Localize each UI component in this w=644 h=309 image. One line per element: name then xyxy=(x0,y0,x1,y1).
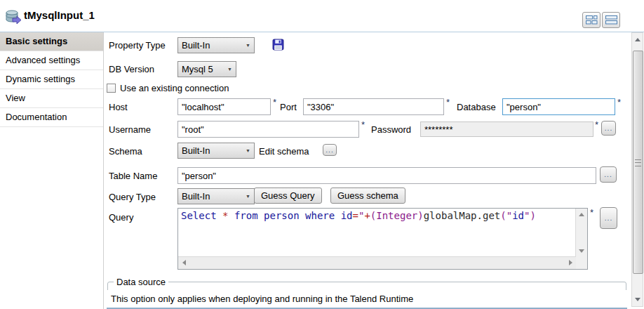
database-label: Database xyxy=(457,102,496,112)
scrollbar-thumb[interactable] xyxy=(633,51,643,274)
db-version-label: DB Version xyxy=(109,64,154,74)
password-ellipsis-button[interactable]: ... xyxy=(601,121,616,136)
scroll-right-icon[interactable] xyxy=(566,258,575,267)
database-input[interactable]: "person" xyxy=(502,98,615,115)
use-existing-connection-label: Use an existing connection xyxy=(120,83,229,93)
sidebar-item-view[interactable]: View xyxy=(0,89,103,108)
scroll-left-icon[interactable] xyxy=(180,258,188,267)
edit-schema-label: Edit schema xyxy=(259,146,309,157)
data-source-legend: Data source xyxy=(114,277,168,287)
schema-label: Schema xyxy=(109,146,142,157)
chevron-down-icon: ▼ xyxy=(241,148,250,153)
username-required-marker: * xyxy=(361,119,365,130)
chevron-down-icon: ▼ xyxy=(241,194,250,199)
query-text[interactable]: Select * from person where id="+(Integer… xyxy=(178,209,575,256)
sidebar-item-documentation[interactable]: Documentation xyxy=(0,108,103,127)
query-type-label: Query Type xyxy=(109,192,156,202)
schema-select[interactable]: Built-In▼ xyxy=(177,143,255,159)
scroll-down-icon[interactable] xyxy=(577,246,586,255)
sidebar-item-dynamic-settings[interactable]: Dynamic settings xyxy=(0,70,103,89)
component-header: tMysqlInput_1 xyxy=(0,0,644,32)
table-name-ellipsis-button[interactable]: ... xyxy=(600,166,617,183)
chevron-down-icon: ▼ xyxy=(241,43,250,48)
component-settings-panel: tMysqlInput_1 Basic settings Advanced se… xyxy=(0,0,644,309)
query-type-select[interactable]: Built-In▼ xyxy=(177,188,255,204)
password-input[interactable]: ******** xyxy=(420,121,593,137)
database-required-marker: * xyxy=(617,97,621,107)
scroll-up-icon[interactable] xyxy=(633,35,641,44)
password-label: Password xyxy=(371,124,411,135)
host-required-marker: * xyxy=(273,97,276,107)
table-name-input[interactable]: "person" xyxy=(177,167,596,184)
mysql-input-component-icon xyxy=(5,9,22,27)
scrollbar-grip xyxy=(635,159,641,166)
save-icon[interactable] xyxy=(272,39,284,53)
edit-schema-ellipsis-button[interactable]: ... xyxy=(323,144,337,156)
panel-scrollbar[interactable] xyxy=(631,32,643,307)
port-input[interactable]: "3306" xyxy=(303,98,444,115)
password-required-marker: * xyxy=(595,119,598,130)
table-name-label: Table Name xyxy=(109,171,157,181)
scroll-up-icon[interactable] xyxy=(577,210,586,218)
db-version-select[interactable]: Mysql 5▼ xyxy=(177,61,236,77)
data-source-note: This option only applies when deploying … xyxy=(107,290,627,309)
query-label: Query xyxy=(109,212,133,223)
query-editor: Select * from person where id="+(Integer… xyxy=(177,208,588,270)
two-column-layout-button[interactable] xyxy=(582,12,601,28)
property-type-select[interactable]: Built-In▼ xyxy=(177,37,255,53)
scroll-down-icon[interactable] xyxy=(633,295,641,304)
query-vertical-scrollbar[interactable] xyxy=(575,209,587,256)
query-ellipsis-button[interactable]: ... xyxy=(600,207,617,229)
chevron-down-icon: ▼ xyxy=(223,67,232,72)
query-horizontal-scrollbar[interactable] xyxy=(178,256,576,269)
property-type-label: Property Type xyxy=(109,40,166,51)
guess-schema-button[interactable]: Guess schema xyxy=(330,188,405,204)
guess-query-button[interactable]: Guess Query xyxy=(254,188,322,204)
one-column-layout-button[interactable] xyxy=(602,12,620,28)
username-label: Username xyxy=(109,124,151,135)
data-source-group: Data source This option only applies whe… xyxy=(107,282,626,309)
query-required-marker: * xyxy=(590,207,593,218)
sidebar-item-basic-settings[interactable]: Basic settings xyxy=(0,32,103,51)
use-existing-connection-checkbox[interactable] xyxy=(107,84,116,93)
component-title: tMysqlInput_1 xyxy=(24,9,95,21)
username-input[interactable]: "root" xyxy=(177,121,359,138)
sidebar-item-advanced-settings[interactable]: Advanced settings xyxy=(0,51,103,70)
port-required-marker: * xyxy=(446,97,450,107)
host-input[interactable]: "localhost" xyxy=(177,98,271,115)
settings-sidebar: Basic settings Advanced settings Dynamic… xyxy=(0,32,104,309)
host-label: Host xyxy=(109,102,128,112)
port-label: Port xyxy=(280,102,297,112)
